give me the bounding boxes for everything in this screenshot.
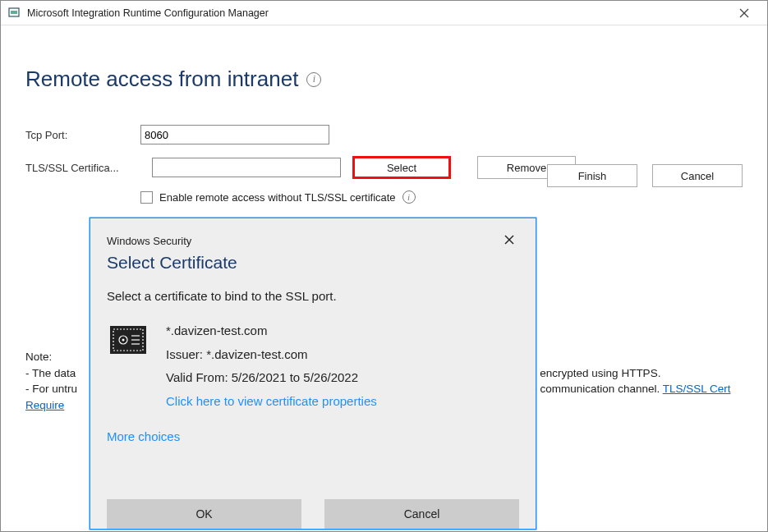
certificate-icon <box>107 319 149 362</box>
certificate-label: TLS/SSL Certifica... <box>25 162 140 174</box>
select-certificate-button[interactable]: Select <box>352 156 451 179</box>
certificate-details: *.davizen-test.com Issuer: *.davizen-tes… <box>166 319 377 413</box>
certificate-item[interactable]: *.davizen-test.com Issuer: *.davizen-tes… <box>107 319 519 413</box>
dialog-close-button[interactable] <box>499 232 519 250</box>
page-heading-text: Remote access from intranet <box>25 66 298 92</box>
svg-rect-1 <box>11 11 17 14</box>
certificate-name: *.davizen-test.com <box>166 319 377 343</box>
info-icon[interactable]: i <box>306 72 321 87</box>
dialog-header-text: Windows Security <box>107 235 191 247</box>
app-icon <box>7 7 21 20</box>
view-certificate-properties-link[interactable]: Click here to view certificate propertie… <box>166 390 377 414</box>
window-close-button[interactable] <box>728 2 761 25</box>
content-area: Remote access from intranet i Tcp Port: … <box>1 25 767 220</box>
dialog-ok-button[interactable]: OK <box>107 499 301 529</box>
cancel-button[interactable]: Cancel <box>652 164 743 187</box>
info-icon[interactable]: i <box>402 190 416 204</box>
dialog-instruction: Select a certificate to bind to the SSL … <box>107 289 519 303</box>
certificate-issuer: Issuer: *.davizen-test.com <box>166 343 377 367</box>
page-heading: Remote access from intranet i <box>25 66 743 92</box>
window-title: Microsoft Integration Runtime Configurat… <box>27 7 269 19</box>
certificate-validity: Valid From: 5/26/2021 to 5/26/2022 <box>166 366 377 390</box>
enable-remote-checkbox-row: Enable remote access without TLS/SSL cer… <box>140 190 743 204</box>
certificate-input[interactable] <box>152 158 341 177</box>
more-choices-link[interactable]: More choices <box>107 429 519 443</box>
tcp-port-input[interactable] <box>140 125 329 144</box>
enable-remote-checkbox[interactable] <box>140 191 153 204</box>
enable-remote-checkbox-label: Enable remote access without TLS/SSL cer… <box>159 191 396 204</box>
dialog-cancel-button[interactable]: Cancel <box>324 499 519 529</box>
tcp-port-label: Tcp Port: <box>25 129 140 141</box>
dialog-title: Select Certificate <box>107 253 519 273</box>
titlebar: Microsoft Integration Runtime Configurat… <box>1 1 767 25</box>
footer-buttons: Finish Cancel <box>547 164 743 187</box>
svg-point-9 <box>122 339 125 342</box>
finish-button[interactable]: Finish <box>547 164 637 187</box>
tcp-port-row: Tcp Port: <box>25 125 743 144</box>
dialog-header: Windows Security <box>107 232 519 250</box>
dialog-buttons: OK Cancel <box>90 499 536 529</box>
main-window: Microsoft Integration Runtime Configurat… <box>0 0 768 532</box>
security-dialog: Windows Security Select Certificate Sele… <box>90 218 536 530</box>
svg-rect-6 <box>110 326 146 354</box>
